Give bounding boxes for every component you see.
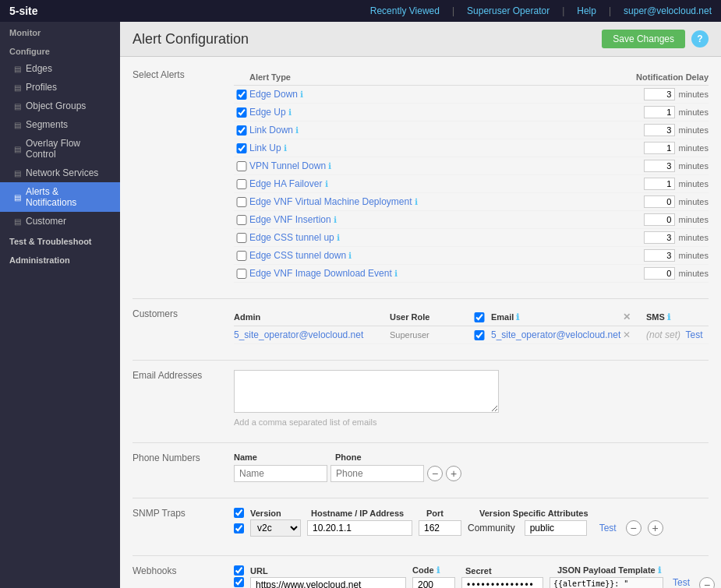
configure-section-header: Configure (0, 40, 120, 59)
phone-numbers-label: Phone Numbers (133, 452, 234, 463)
customer-role: Superuser (390, 330, 468, 340)
email-col-checkbox[interactable] (468, 312, 491, 322)
customer-row: 5_site_operator@velocloud.net Superuser … (234, 326, 709, 344)
superuser-operator-link[interactable]: Superuser Operator (467, 5, 550, 16)
customer-test-link[interactable]: Test (685, 329, 702, 340)
edge-vnf-vm-deploy-info-icon: ℹ (415, 197, 418, 206)
sidebar-item-edges[interactable]: ▤ Edges (0, 59, 120, 78)
community-value-input[interactable] (525, 520, 587, 536)
snmp-section: Version Hostname / IP Address Port Versi… (234, 508, 709, 540)
snmp-port-input[interactable] (419, 520, 461, 536)
customers-header: Admin User Role Email ℹ ✕ SMS ℹ (234, 308, 709, 326)
alert-link-up-name: Link Up ℹ (249, 143, 553, 153)
phone-name-input[interactable] (234, 465, 327, 482)
edge-down-checkbox[interactable] (234, 90, 249, 100)
email-addresses-section: Email Addresses Add a comma separated li… (133, 370, 709, 427)
edge-vnf-image-download-checkbox[interactable] (234, 269, 249, 279)
edge-vnf-image-download-delay-input[interactable] (644, 267, 675, 280)
top-nav: Recently Viewed | Superuser Operator | H… (370, 5, 712, 16)
vpn-tunnel-down-checkbox[interactable] (234, 161, 249, 171)
edge-vnf-insertion-checkbox[interactable] (234, 215, 249, 225)
link-up-delay-input[interactable] (644, 142, 675, 154)
webhook-code-input[interactable] (412, 577, 455, 588)
phone-phone-input[interactable] (330, 465, 424, 482)
edge-css-tunnel-down-delay-input[interactable] (644, 249, 675, 262)
webhook-url-input[interactable] (250, 577, 406, 588)
save-changes-button[interactable]: Save Changes (602, 30, 685, 48)
link-down-delay-input[interactable] (644, 124, 675, 136)
customers-section: Customers Admin User Role Email ℹ ✕ SMS … (133, 308, 709, 344)
administration-header[interactable]: Administration (0, 249, 120, 268)
sidebar-item-overlay-flow-control[interactable]: ▤ Overlay Flow Control (0, 134, 120, 164)
sidebar-item-label: Profiles (26, 82, 57, 93)
add-snmp-button[interactable]: + (648, 520, 663, 536)
webhook-secret-input[interactable] (461, 577, 543, 588)
snmp-version-select[interactable]: v2c v3 (250, 519, 301, 537)
webhook-row-checkbox[interactable] (234, 577, 244, 587)
user-link[interactable]: super@velocloud.net (624, 5, 712, 16)
sidebar-item-profiles[interactable]: ▤ Profiles (0, 78, 120, 97)
phone-name-col-header: Name (234, 452, 335, 462)
link-down-checkbox[interactable] (234, 125, 249, 136)
test-troubleshoot-header[interactable]: Test & Troubleshoot (0, 231, 120, 249)
edge-css-tunnel-up-checkbox[interactable] (234, 233, 249, 243)
phone-section: Name Phone − + (234, 452, 709, 482)
edge-vnf-image-download-info-icon: ℹ (394, 269, 398, 278)
customer-email-value: 5_site_operator@velocloud.net (491, 329, 623, 340)
recently-viewed-link[interactable]: Recently Viewed (370, 5, 440, 16)
edge-vnf-insertion-delay-input[interactable] (644, 213, 675, 226)
help-button[interactable]: ? (691, 30, 709, 48)
link-up-checkbox[interactable] (234, 143, 249, 153)
edge-up-checkbox[interactable] (234, 107, 249, 118)
edges-icon: ▤ (14, 65, 21, 73)
edge-css-tunnel-down-checkbox[interactable] (234, 251, 249, 261)
snmp-traps-label: SNMP Traps (133, 508, 234, 519)
edge-ha-failover-info-icon: ℹ (325, 179, 328, 188)
edge-vnf-vm-deploy-checkbox[interactable] (234, 197, 249, 207)
snmp-hostname-input[interactable] (307, 520, 412, 536)
table-row: Edge CSS tunnel up ℹ minutes (234, 229, 709, 247)
remove-phone-button[interactable]: − (427, 466, 443, 481)
help-link[interactable]: Help (577, 5, 596, 16)
sidebar-item-segments[interactable]: ▤ Segments (0, 115, 120, 134)
edge-ha-failover-checkbox[interactable] (234, 179, 249, 189)
customer-email-checkbox[interactable] (468, 330, 491, 340)
phone-row: − + (234, 465, 709, 482)
snmp-row-checkbox[interactable] (234, 523, 244, 533)
webhook-test-link[interactable]: Test (673, 577, 690, 588)
edge-ha-failover-delay-input[interactable] (644, 178, 675, 190)
edge-up-delay-input[interactable] (644, 106, 675, 118)
remove-webhook-button[interactable]: − (699, 577, 715, 588)
sidebar-item-customer[interactable]: ▤ Customer (0, 212, 120, 231)
edge-up-info-icon: ℹ (288, 107, 292, 117)
sidebar-item-alerts-notifications[interactable]: ▤ Alerts & Notifications (0, 182, 120, 212)
email-addresses-textarea[interactable] (234, 370, 499, 413)
customer-admin-email: 5_site_operator@velocloud.net (234, 329, 390, 340)
vpn-tunnel-down-info-icon: ℹ (328, 161, 331, 171)
edge-css-tunnel-up-delay-input[interactable] (644, 231, 675, 244)
edge-vnf-vm-deploy-delay-input[interactable] (644, 195, 675, 208)
sidebar-item-label: Object Groups (26, 100, 86, 111)
snmp-enabled-checkbox[interactable] (234, 508, 244, 518)
snmp-attrs-header: Version Specific Attributes (479, 509, 709, 518)
email-section: Add a comma separated list of emails (234, 370, 709, 427)
sidebar-item-label: Network Services (26, 167, 98, 178)
webhook-payload-textarea[interactable]: {{alertTime}}: "{{alertTime}}", "alertTy… (550, 577, 663, 588)
customers-label: Customers (133, 308, 234, 319)
table-row: Edge HA Failover ℹ minutes (234, 175, 709, 193)
snmp-test-link[interactable]: Test (599, 523, 617, 533)
sidebar-item-object-groups[interactable]: ▤ Object Groups (0, 97, 120, 115)
segments-icon: ▤ (14, 121, 21, 129)
wh-payload-info-icon: ℹ (658, 565, 661, 575)
remove-snmp-button[interactable]: − (626, 520, 641, 536)
vpn-tunnel-down-delay-input[interactable] (644, 160, 675, 172)
network-services-icon: ▤ (14, 169, 21, 178)
link-up-info-icon: ℹ (284, 143, 287, 153)
profiles-icon: ▤ (14, 83, 21, 92)
sidebar-item-network-services[interactable]: ▤ Network Services (0, 164, 120, 182)
edge-down-delay-input[interactable] (644, 88, 675, 100)
webhooks-enabled-checkbox[interactable] (234, 565, 244, 576)
sidebar: Monitor Configure ▤ Edges ▤ Profiles ▤ O… (0, 22, 120, 588)
add-phone-button[interactable]: + (446, 466, 461, 481)
select-alerts-section: Select Alerts Alert Type Notification De… (133, 69, 709, 283)
